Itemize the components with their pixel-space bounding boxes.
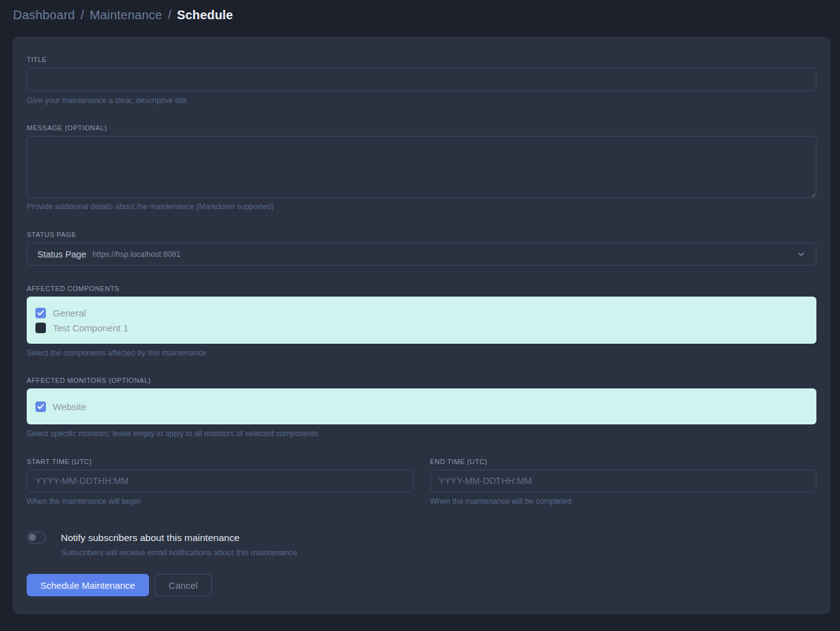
message-textarea[interactable]	[27, 136, 816, 198]
checkbox-label: General	[53, 308, 86, 318]
affected-components-listbox: GeneralTest Component 1	[27, 297, 816, 344]
notify-subscribers-toggle[interactable]	[27, 532, 46, 544]
breadcrumb-separator: /	[168, 8, 171, 22]
breadcrumb: Dashboard/Maintenance/Schedule	[13, 8, 840, 22]
checkbox-unchecked-icon[interactable]	[35, 323, 46, 333]
end-time-label: END TIME (UTC)	[430, 458, 817, 465]
notify-subscribers-field: Notify subscribers about this maintenanc…	[27, 532, 816, 557]
checkbox-checked-icon[interactable]	[35, 401, 46, 412]
affected-monitors-label: AFFECTED MONITORS (OPTIONAL)	[27, 377, 816, 384]
title-helper-text: Give your maintenance a clear, descripti…	[27, 96, 816, 105]
message-helper-text: Provide additional details about the mai…	[27, 202, 816, 211]
breadcrumb-separator: /	[81, 8, 84, 22]
notify-subscribers-helper-text: Subscribers will receive email notificat…	[61, 548, 816, 557]
status-page-selected-url: https://hsp.localhost:8081	[93, 250, 181, 259]
title-input[interactable]	[27, 68, 816, 91]
affected-components-label: AFFECTED COMPONENTS	[27, 285, 816, 292]
title-field: TITLE Give your maintenance a clear, des…	[27, 56, 816, 105]
affected-monitors-helper-text: Select specific monitors; leave empty to…	[27, 429, 816, 438]
end-time-helper-text: When the maintenance will be completed	[430, 497, 817, 506]
message-field: MESSAGE (OPTIONAL) Provide additional de…	[27, 124, 816, 211]
monitor-option[interactable]: Website	[35, 399, 808, 414]
checkbox-checked-icon[interactable]	[35, 308, 46, 318]
start-time-helper-text: When the maintenance will begin	[27, 497, 413, 506]
affected-components-helper-text: Select the components affected by this m…	[27, 349, 816, 357]
start-time-label: START TIME (UTC)	[27, 458, 413, 465]
schedule-maintenance-form-card: TITLE Give your maintenance a clear, des…	[12, 37, 831, 614]
top-bar: Dashboard/Maintenance/Schedule	[0, 0, 840, 37]
affected-monitors-field: AFFECTED MONITORS (OPTIONAL) Website Sel…	[27, 377, 816, 438]
schedule-maintenance-button[interactable]: Schedule Maintenance	[27, 574, 149, 596]
status-page-label: STATUS PAGE	[27, 231, 816, 238]
time-fields-row: START TIME (UTC) When the maintenance wi…	[27, 458, 816, 506]
affected-monitors-listbox: Website	[27, 388, 816, 424]
breadcrumb-dashboard[interactable]: Dashboard	[13, 8, 75, 22]
start-time-input[interactable]	[27, 470, 413, 492]
checkbox-label: Test Component 1	[53, 323, 129, 333]
breadcrumb-schedule-current: Schedule	[177, 8, 233, 22]
message-label: MESSAGE (OPTIONAL)	[27, 124, 816, 132]
component-option[interactable]: General	[35, 305, 808, 320]
checkbox-label: Website	[53, 401, 86, 412]
affected-components-field: AFFECTED COMPONENTS GeneralTest Componen…	[27, 285, 816, 357]
component-option[interactable]: Test Component 1	[35, 320, 808, 335]
end-time-input[interactable]	[430, 470, 817, 492]
form-actions: Schedule Maintenance Cancel	[27, 574, 816, 596]
status-page-selected-name: Status Page	[37, 249, 86, 259]
notify-subscribers-label: Notify subscribers about this maintenanc…	[61, 532, 240, 544]
cancel-button[interactable]: Cancel	[155, 574, 212, 596]
toggle-knob	[29, 534, 36, 541]
chevron-down-icon	[797, 249, 806, 259]
breadcrumb-maintenance[interactable]: Maintenance	[89, 8, 162, 22]
status-page-select[interactable]: Status Page https://hsp.localhost:8081	[27, 243, 816, 266]
start-time-field: START TIME (UTC) When the maintenance wi…	[27, 458, 413, 506]
status-page-field: STATUS PAGE Status Page https://hsp.loca…	[27, 231, 816, 266]
title-label: TITLE	[27, 56, 816, 63]
end-time-field: END TIME (UTC) When the maintenance will…	[430, 458, 817, 506]
